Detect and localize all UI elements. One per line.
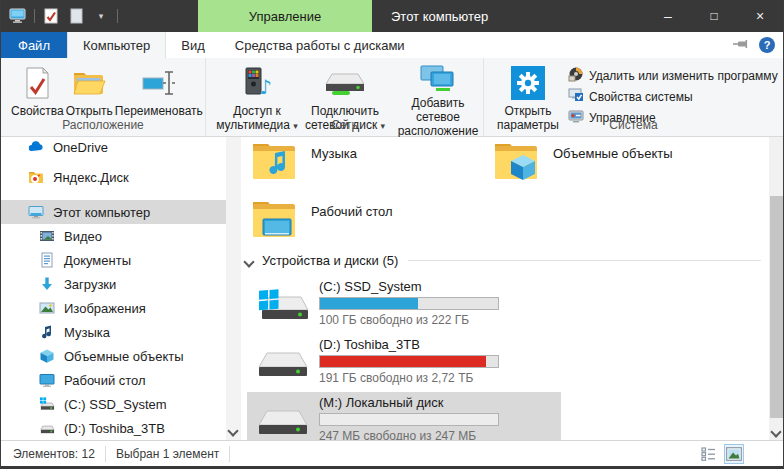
- quick-access-toolbar: ▾: [9, 0, 118, 32]
- group-label-system: Система: [484, 118, 783, 132]
- items-count: Элементов: 12: [13, 447, 95, 461]
- sidebar-item-onedrive[interactable]: OneDrive: [1, 137, 226, 159]
- scroll-down-icon[interactable]: [229, 425, 238, 434]
- scrollbar-thumb[interactable]: [770, 196, 783, 418]
- tab-computer[interactable]: Компьютер: [67, 32, 166, 58]
- drive-tile-d[interactable]: (D:) Toshiba_3TB 191 ГБ свободно из 2,72…: [247, 334, 561, 390]
- folder-label: Объемные объекты: [553, 146, 673, 183]
- properties-quick-icon[interactable]: [42, 8, 60, 24]
- scroll-down-icon[interactable]: [772, 426, 781, 435]
- settings-gear-icon: [511, 64, 545, 102]
- system-properties-button[interactable]: Свойства системы: [568, 86, 778, 107]
- documents-icon: [39, 252, 55, 268]
- sidebar-item-videos[interactable]: Видео: [1, 224, 226, 248]
- tab-drive-tools[interactable]: Средства работы с дисками: [220, 32, 420, 58]
- properties-label: Свойства: [11, 104, 64, 118]
- drive-usage-bar: [319, 355, 499, 368]
- sidebar-item-documents[interactable]: Документы: [1, 248, 226, 272]
- contextual-tab-manage[interactable]: Управление: [198, 0, 372, 32]
- sidebar-item-pictures[interactable]: Изображения: [1, 296, 226, 320]
- maximize-button[interactable]: □: [691, 0, 737, 32]
- drive-usage-bar: [319, 297, 499, 310]
- group-label-network: Сеть: [206, 118, 483, 132]
- qat-dropdown-icon[interactable]: ▾: [92, 8, 110, 24]
- content-area: OneDrive Яндекс.Диск Этот компьютер Виде…: [1, 137, 783, 440]
- qat-separator: [34, 9, 35, 23]
- pictures-icon: [39, 300, 55, 316]
- selection-count: Выбран 1 элемент: [116, 447, 219, 461]
- rename-icon: [142, 64, 176, 102]
- sidebar-item-label: Загрузки: [64, 277, 116, 292]
- explorer-window: ▾ Управление Этот компьютер – □ × Файл К…: [0, 0, 784, 469]
- sidebar-item-label: (C:) SSD_System: [64, 397, 167, 412]
- folder-tile-3d-objects[interactable]: Объемные объекты: [493, 139, 673, 183]
- sidebar-item-label: Яндекс.Диск: [53, 170, 129, 185]
- ribbon: Свойства Открыть Переименовать Расположе…: [1, 58, 783, 137]
- desktop-icon: [39, 372, 55, 388]
- details-view-button[interactable]: [699, 445, 717, 463]
- drive-free-space: 191 ГБ свободно из 2,72 ТБ: [319, 371, 499, 385]
- close-button[interactable]: ×: [737, 0, 783, 32]
- titlebar: ▾ Управление Этот компьютер – □ ×: [1, 0, 783, 32]
- open-label: Открыть: [66, 104, 113, 118]
- help-icon[interactable]: ?: [759, 37, 775, 53]
- section-divider: [408, 260, 761, 261]
- sidebar-item-yandex-disk[interactable]: Яндекс.Диск: [1, 165, 226, 189]
- drive-tile-m[interactable]: (M:) Локальный диск 247 МБ свободно из 2…: [247, 392, 561, 440]
- vertical-scrollbar[interactable]: [769, 137, 783, 440]
- uninstall-program-label: Удалить или изменить программу: [589, 69, 778, 83]
- sidebar-item-desktop[interactable]: Рабочий стол: [1, 368, 226, 392]
- network-drive-icon: [324, 64, 366, 102]
- svg-text:♪: ♪: [259, 75, 272, 99]
- yandex-disk-icon: [28, 169, 44, 185]
- new-item-quick-icon[interactable]: [67, 8, 85, 24]
- drive-name: (D:) Toshiba_3TB: [319, 337, 499, 352]
- onedrive-cloud-icon: [28, 139, 44, 155]
- collapse-section-icon[interactable]: [245, 256, 254, 265]
- status-bar: Элементов: 12 Выбран 1 элемент: [1, 440, 783, 466]
- tab-view[interactable]: Вид: [166, 32, 220, 58]
- folder-tile-music[interactable]: Музыка: [251, 139, 357, 183]
- drive-free-space: 247 МБ свободно из 247 МБ: [319, 429, 499, 440]
- qat-separator: [117, 9, 118, 23]
- drive-icon: [39, 420, 55, 436]
- sidebar-item-music[interactable]: Музыка: [1, 320, 226, 344]
- drive-name: (C:) SSD_System: [319, 279, 499, 294]
- thumbnail-view-button[interactable]: [725, 445, 743, 463]
- drive-c-icon: [39, 396, 55, 412]
- desktop-folder-icon: [251, 197, 297, 241]
- properties-icon: [23, 64, 51, 102]
- videos-icon: [39, 228, 55, 244]
- section-title: Устройства и диски (5): [262, 253, 398, 268]
- tab-file[interactable]: Файл: [1, 32, 67, 58]
- sidebar-item-drive-c[interactable]: (C:) SSD_System: [1, 392, 226, 416]
- files-panel: Музыка Объемные объекты Рабочий стол Уст…: [241, 137, 769, 440]
- section-devices-and-drives[interactable]: Устройства и диски (5): [245, 253, 765, 268]
- ribbon-tab-row: Файл Компьютер Вид Средства работы с дис…: [1, 32, 783, 58]
- rename-label: Переименовать: [115, 104, 203, 118]
- sidebar-item-downloads[interactable]: Загрузки: [1, 272, 226, 296]
- minimize-button[interactable]: –: [645, 0, 691, 32]
- uninstall-program-button[interactable]: Удалить или изменить программу: [568, 65, 778, 86]
- status-separator: [229, 446, 230, 462]
- status-separator: [105, 446, 106, 462]
- sidebar-item-drive-d[interactable]: (D:) Toshiba_3TB: [1, 416, 226, 440]
- group-label-location: Расположение: [1, 118, 205, 132]
- folder-tile-desktop[interactable]: Рабочий стол: [251, 197, 393, 241]
- sidebar-item-3d-objects[interactable]: Объемные объекты: [1, 344, 226, 368]
- sidebar-item-this-pc[interactable]: Этот компьютер: [1, 200, 226, 224]
- sidebar-item-label: Объемные объекты: [64, 349, 184, 364]
- ribbon-group-location: Свойства Открыть Переименовать Расположе…: [1, 58, 206, 136]
- sidebar-scrollbar[interactable]: [226, 137, 241, 440]
- sidebar-item-label: OneDrive: [53, 140, 108, 155]
- ribbon-group-network: ♪ Доступ к мультимедиа ▾ Подключить сете…: [206, 58, 484, 136]
- 3d-objects-folder-icon: [493, 139, 539, 183]
- drive-usage-bar: [319, 413, 499, 426]
- folder-label: Рабочий стол: [311, 204, 393, 241]
- downloads-icon: [39, 276, 55, 292]
- sidebar-item-label: Видео: [64, 229, 102, 244]
- pin-ribbon-icon[interactable]: [732, 38, 749, 53]
- drive-tile-c[interactable]: (C:) SSD_System 100 ГБ свободно из 222 Г…: [247, 276, 561, 332]
- system-properties-label: Свойства системы: [589, 90, 693, 104]
- sidebar-item-label: Музыка: [64, 325, 110, 340]
